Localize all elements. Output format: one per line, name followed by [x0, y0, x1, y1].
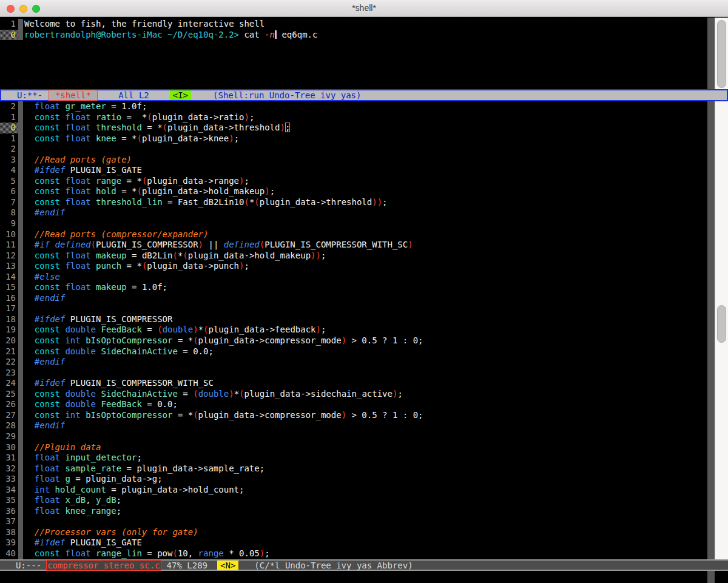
scrollbar-thumb-shell[interactable] — [717, 20, 726, 88]
token-fg — [24, 112, 35, 122]
left-fringe — [18, 133, 23, 144]
code-line-row[interactable]: 6 const float hold = *(plugin_data->hold… — [0, 186, 707, 197]
shell-line-row[interactable]: 1Welcome to fish, the friendly interacti… — [0, 19, 707, 30]
modeline-shell[interactable]: U:**- *shell* All L2 <I> (Shell:run Undo… — [0, 89, 728, 101]
line-number: 35 — [0, 495, 18, 506]
code-line-row[interactable]: 8 #endif — [0, 207, 707, 218]
code-line-row[interactable]: 9 — [0, 218, 707, 229]
token-type: float — [65, 112, 96, 122]
minor-modes-list: (Shell:run Undo-Tree ivy yas) — [213, 90, 361, 100]
token-fg — [24, 261, 35, 271]
shell-buffer[interactable]: 1Welcome to fish, the friendly interacti… — [0, 18, 707, 89]
buffer-name-badge[interactable]: *shell* — [49, 90, 98, 101]
token-fg — [24, 538, 35, 547]
code-line-row[interactable]: 21 const double SideChainActive = 0.0; — [0, 346, 707, 357]
modeline-code[interactable]: U:--- compressor_stereo_sc.c 47% L289 <N… — [0, 559, 728, 571]
code-line-row[interactable]: 12 const float makeup = dB2Lin(*(plugin_… — [0, 251, 707, 261]
code-line-row[interactable]: 31 float input_detector; — [0, 453, 707, 463]
code-line-row[interactable]: 23 — [0, 368, 707, 379]
evil-state-badge[interactable]: <N> — [217, 561, 238, 570]
echo-area[interactable] — [0, 571, 707, 583]
left-fringe — [18, 485, 23, 496]
code-line-row[interactable]: 18 #ifdef PLUGIN_IS_COMPRESSOR — [0, 314, 707, 325]
token-fg — [24, 251, 35, 260]
token-paren: ( — [254, 197, 259, 207]
code-line-text: //Plguin data — [23, 442, 101, 453]
evil-state-badge[interactable]: <I> — [170, 90, 191, 100]
token-var: makeup — [96, 282, 127, 292]
code-line-row[interactable]: 40 const float range_lin = pow(10, range… — [0, 548, 707, 559]
code-line-row[interactable]: 15 const float makeup = 1.0f; — [0, 282, 707, 293]
code-line-text: int hold_count = plugin_data->hold_count… — [23, 485, 244, 496]
code-line-row[interactable]: 25 const double SideChainActive = (doubl… — [0, 389, 707, 400]
code-line-row[interactable]: 22 #endif — [0, 357, 707, 368]
line-number: 13 — [0, 261, 18, 272]
token-type: double — [65, 346, 101, 356]
token-fg: cat — [244, 30, 265, 39]
code-line-row[interactable]: 27 const int bIsOptoCompressor = *(plugi… — [0, 410, 707, 421]
code-line-text: #if defined(PLUGIN_IS_COMPRESSOR) || def… — [23, 240, 413, 251]
token-fg — [24, 186, 35, 196]
code-line-text: const float threshold = *(plugin_data->t… — [23, 123, 290, 133]
code-line-row[interactable]: 4 #ifdef PLUGIN_IS_GATE — [0, 165, 707, 176]
shell-line-row[interactable]: 0robertrandolph@Roberts-iMac ~/D/eq10q-2… — [0, 30, 707, 41]
code-line-text: //Read ports (compressor/expander) — [23, 229, 208, 240]
code-line-row[interactable]: 10 //Read ports (compressor/expander) — [0, 229, 707, 240]
token-fg: ; — [270, 186, 275, 196]
code-line-row[interactable]: 29 — [0, 431, 707, 442]
code-line-row[interactable]: 2 — [0, 144, 707, 155]
left-fringe — [18, 303, 23, 314]
token-paren: ( — [260, 240, 265, 249]
token-type: float — [65, 123, 96, 132]
code-line-text: #else — [23, 272, 60, 283]
code-line-row[interactable]: 0 const float threshold = *(plugin_data-… — [0, 123, 707, 133]
code-line-row[interactable]: 1 const float knee = *(plugin_data->knee… — [0, 133, 707, 144]
code-line-row[interactable]: 37 — [0, 516, 707, 527]
code-line-row[interactable]: 28 #endif — [0, 420, 707, 431]
token-var: hold_count — [55, 485, 106, 494]
code-line-row[interactable]: 24 #ifdef PLUGIN_IS_COMPRESSOR_WITH_SC — [0, 378, 707, 389]
left-fringe — [18, 335, 23, 346]
code-line-row[interactable]: 30 //Plguin data — [0, 442, 707, 453]
code-line-row[interactable]: 33 float g = plugin_data->g; — [0, 474, 707, 485]
code-line-row[interactable]: 36 float knee_range; — [0, 506, 707, 517]
buffer-name-badge[interactable]: compressor_stereo_sc.c — [46, 560, 161, 571]
token-fg — [24, 346, 35, 356]
code-line-row[interactable]: 34 int hold_count = plugin_data->hold_co… — [0, 485, 707, 496]
code-line-row[interactable]: 38 //Processor vars (only for gate) — [0, 527, 707, 538]
code-line-text: #endif — [23, 420, 65, 431]
code-line-row[interactable]: 32 float sample_rate = plugin_data->samp… — [0, 463, 707, 474]
code-line-row[interactable]: 17 — [0, 303, 707, 314]
code-line-text: //Processor vars (only for gate) — [23, 527, 198, 538]
code-line-row[interactable]: 16 #endif — [0, 293, 707, 304]
code-line-row[interactable]: 11 #if defined(PLUGIN_IS_COMPRESSOR) || … — [0, 240, 707, 251]
token-type: float — [35, 474, 66, 484]
code-line-text: const double FeedBack = (double)*(plugin… — [23, 325, 326, 335]
line-number: 7 — [0, 197, 18, 208]
line-number: 24 — [0, 378, 18, 389]
code-line-row[interactable]: 26 const double FeedBack = 0.0; — [0, 399, 707, 410]
code-line-row[interactable]: 2 float gr_meter = 1.0f; — [0, 101, 707, 112]
code-line-row[interactable]: 1 const float ratio = *(plugin_data->rat… — [0, 112, 707, 123]
code-line-row[interactable]: 19 const double FeedBack = (double)*(plu… — [0, 325, 707, 335]
code-line-row[interactable]: 5 const float range = *(plugin_data->ran… — [0, 176, 707, 187]
code-line-row[interactable]: 14 #else — [0, 272, 707, 283]
code-line-text: const float hold = *(plugin_data->hold_m… — [23, 186, 275, 197]
code-line-text: #ifdef PLUGIN_IS_GATE — [23, 165, 142, 176]
code-buffer[interactable]: 2 float gr_meter = 1.0f;1 const float ra… — [0, 101, 707, 559]
window-titlebar[interactable]: *shell* — [0, 0, 728, 17]
token-fg: = 1.0f; — [127, 282, 167, 292]
code-line-row[interactable]: 13 const float punch = *(plugin_data->pu… — [0, 261, 707, 272]
code-line-row[interactable]: 7 const float threshold_lin = Fast_dB2Li… — [0, 197, 707, 208]
code-line-row[interactable]: 3 //Read ports (gate) — [0, 155, 707, 166]
code-line-text: #endif — [23, 293, 65, 304]
scrollbar-thumb-code[interactable] — [717, 305, 726, 343]
code-line-row[interactable]: 35 float x_dB, y_dB; — [0, 495, 707, 506]
code-line-row[interactable]: 39 #ifdef PLUGIN_IS_GATE — [0, 538, 707, 548]
code-line-row[interactable]: 20 const int bIsOptoCompressor = *(plugi… — [0, 335, 707, 346]
code-line-text: #ifdef PLUGIN_IS_COMPRESSOR_WITH_SC — [23, 378, 214, 389]
token-type: float — [35, 463, 66, 473]
token-fg: * — [198, 325, 203, 334]
shell-line-text: Welcome to fish, the friendly interactiv… — [23, 19, 265, 30]
token-var: x_dB — [65, 495, 86, 505]
